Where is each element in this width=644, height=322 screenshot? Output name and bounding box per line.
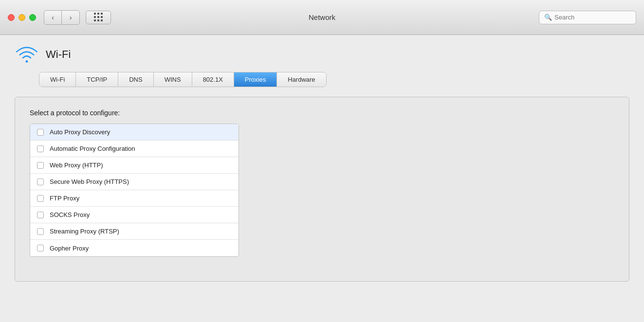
nav-buttons: ‹ ›	[44, 10, 80, 25]
protocol-list: Auto Proxy Discovery Automatic Proxy Con…	[30, 124, 239, 257]
protocol-item-auto-proxy-discovery[interactable]: Auto Proxy Discovery	[30, 124, 239, 141]
window-title: Network	[309, 13, 335, 21]
protocol-label-automatic-proxy-config: Automatic Proxy Configuration	[50, 145, 135, 152]
wifi-icon	[15, 45, 39, 64]
tabs-bar: Wi-Fi TCP/IP DNS WINS 802.1X Proxies Har…	[39, 72, 327, 87]
back-button[interactable]: ‹	[44, 11, 62, 24]
forward-button[interactable]: ›	[62, 11, 79, 24]
checkbox-web-proxy-http[interactable]	[37, 162, 44, 169]
checkbox-secure-web-proxy-https[interactable]	[37, 179, 44, 185]
protocol-item-automatic-proxy-config[interactable]: Automatic Proxy Configuration	[30, 141, 239, 157]
protocol-label-web-proxy-http: Web Proxy (HTTP)	[50, 161, 103, 169]
grid-icon	[94, 13, 103, 22]
grid-view-button[interactable]	[86, 11, 111, 24]
titlebar: ‹ › Network 🔍	[0, 0, 644, 35]
protocol-item-gopher-proxy[interactable]: Gopher Proxy	[30, 240, 239, 256]
search-box[interactable]: 🔍	[539, 11, 636, 24]
protocol-item-web-proxy-http[interactable]: Web Proxy (HTTP)	[30, 157, 239, 174]
checkbox-automatic-proxy-config[interactable]	[37, 145, 44, 152]
wifi-header: Wi-Fi	[15, 45, 629, 64]
protocol-item-streaming-proxy-rtsp[interactable]: Streaming Proxy (RTSP)	[30, 223, 239, 240]
protocol-label-auto-proxy-discovery: Auto Proxy Discovery	[50, 128, 110, 136]
wifi-label: Wi-Fi	[46, 48, 71, 61]
svg-point-0	[26, 60, 28, 63]
protocol-label-secure-web-proxy-https: Secure Web Proxy (HTTPS)	[50, 178, 129, 185]
close-button[interactable]	[8, 14, 15, 21]
tab-tcpip[interactable]: TCP/IP	[76, 72, 118, 87]
protocol-item-secure-web-proxy-https[interactable]: Secure Web Proxy (HTTPS)	[30, 174, 239, 190]
checkbox-gopher-proxy[interactable]	[37, 245, 44, 251]
protocol-label-streaming-proxy-rtsp: Streaming Proxy (RTSP)	[50, 228, 119, 235]
protocol-label-ftp-proxy: FTP Proxy	[50, 195, 79, 202]
content-area: Wi-Fi Wi-Fi TCP/IP DNS WINS 802.1X Proxi…	[0, 35, 644, 322]
panel-label: Select a protocol to configure:	[30, 109, 614, 117]
maximize-button[interactable]	[29, 14, 36, 21]
tab-wins[interactable]: WINS	[154, 72, 192, 87]
proxies-panel: Select a protocol to configure: Auto Pro…	[15, 97, 629, 282]
tab-proxies[interactable]: Proxies	[234, 72, 277, 87]
protocol-item-socks-proxy[interactable]: SOCKS Proxy	[30, 207, 239, 223]
tab-hardware[interactable]: Hardware	[277, 72, 326, 87]
minimize-button[interactable]	[18, 14, 25, 21]
protocol-item-ftp-proxy[interactable]: FTP Proxy	[30, 190, 239, 207]
tab-wifi[interactable]: Wi-Fi	[39, 72, 76, 87]
checkbox-ftp-proxy[interactable]	[37, 195, 44, 202]
protocol-label-gopher-proxy: Gopher Proxy	[50, 245, 89, 252]
search-input[interactable]	[554, 14, 631, 21]
traffic-lights	[8, 14, 36, 21]
search-icon: 🔍	[544, 14, 552, 21]
protocol-label-socks-proxy: SOCKS Proxy	[50, 211, 90, 218]
tab-8021x[interactable]: 802.1X	[192, 72, 234, 87]
checkbox-socks-proxy[interactable]	[37, 212, 44, 218]
tab-dns[interactable]: DNS	[118, 72, 153, 87]
checkbox-streaming-proxy-rtsp[interactable]	[37, 228, 44, 235]
checkbox-auto-proxy-discovery[interactable]	[37, 129, 44, 136]
